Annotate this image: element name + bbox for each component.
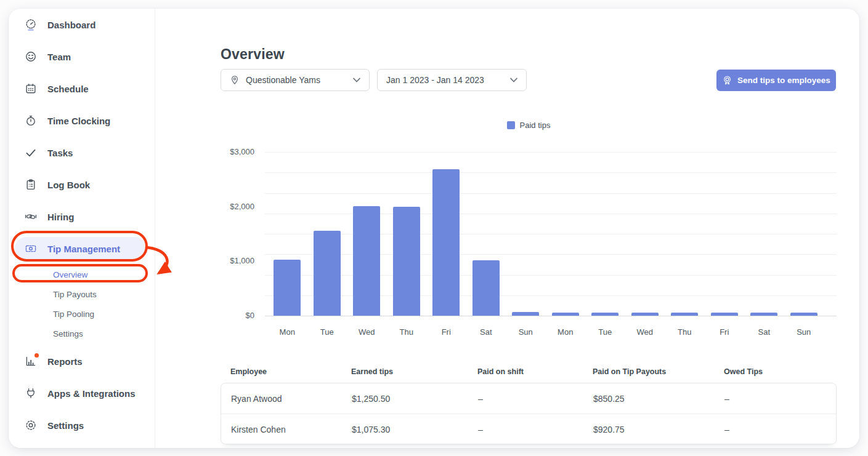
x-axis-label: Sat — [744, 327, 784, 337]
table-column-header: Paid on Tip Payouts — [593, 367, 724, 376]
y-axis-tick-label: $0 — [212, 311, 254, 321]
sidebar-item-label: Settings — [47, 420, 84, 431]
stopwatch-icon — [25, 114, 37, 127]
x-axis-label: Fri — [705, 327, 745, 337]
calendar-icon — [25, 82, 37, 95]
bar-slot — [466, 152, 506, 316]
table-column-header: Earned tips — [351, 367, 477, 376]
x-axis-label: Tue — [585, 327, 625, 337]
app-window: DashboardTeamScheduleTime ClockingTasksL… — [9, 9, 859, 448]
bar-slot — [744, 152, 784, 316]
bar-slot — [705, 152, 745, 316]
date-range-select[interactable]: Jan 1 2023 - Jan 14 2023 — [377, 69, 527, 91]
chevron-down-icon — [510, 78, 517, 82]
chart-x-axis: MonTueWedThuFriSatSunMonTueWedThuFriSatS… — [267, 327, 824, 337]
sidebar: DashboardTeamScheduleTime ClockingTasksL… — [9, 9, 155, 448]
money-bill-icon — [25, 242, 37, 255]
plug-icon — [25, 387, 37, 399]
sidebar-subitem-settings[interactable]: Settings — [9, 324, 155, 343]
date-range-select-value: Jan 1 2023 - Jan 14 2023 — [386, 75, 484, 85]
sidebar-item-schedule[interactable]: Schedule — [9, 73, 155, 105]
sidebar-item-label: Hiring — [47, 212, 74, 222]
x-axis-label: Mon — [267, 327, 307, 337]
x-axis-label: Wed — [625, 327, 665, 337]
location-select[interactable]: Questionable Yams — [221, 69, 370, 91]
gauge-icon — [25, 18, 37, 31]
checkmark-icon — [25, 146, 37, 159]
sidebar-item-log-book[interactable]: Log Book — [9, 169, 155, 201]
bar-sat-12[interactable] — [750, 313, 777, 316]
x-axis-label: Sun — [784, 327, 824, 337]
sidebar-item-team[interactable]: Team — [9, 41, 155, 73]
bar-sun-13[interactable] — [790, 313, 817, 316]
bar-slot — [585, 152, 625, 316]
sidebar-item-label: Apps & Integrations — [47, 388, 136, 399]
sidebar-item-reports[interactable]: Reports — [9, 345, 155, 377]
sidebar-item-label: Reports — [47, 356, 83, 367]
x-axis-label: Sat — [466, 327, 506, 337]
map-pin-icon — [230, 75, 240, 85]
sidebar-item-label: Time Clocking — [47, 116, 110, 126]
bar-thu-10[interactable] — [671, 313, 698, 316]
bar-slot — [426, 152, 466, 316]
y-axis-tick-label: $3,000 — [212, 147, 254, 157]
table-row[interactable]: Ryan Atwood$1,250.50–$850.25– — [221, 383, 836, 414]
bar-slot — [784, 152, 824, 316]
chart-legend: Paid tips — [221, 121, 837, 130]
bar-mon-7[interactable] — [552, 313, 579, 316]
chart-y-axis: $0$1,000$2,000$3,000 — [212, 152, 254, 316]
sidebar-item-settings[interactable]: Settings — [9, 409, 155, 441]
bar-slot — [506, 152, 546, 316]
sidebar-item-time-clocking[interactable]: Time Clocking — [9, 105, 155, 137]
clipboard-icon — [25, 178, 37, 191]
bar-slot — [546, 152, 586, 316]
bar-thu-3[interactable] — [393, 207, 420, 316]
table-row[interactable]: Kirsten Cohen$1,075.30–$920.75– — [221, 414, 836, 444]
table-cell: $850.25 — [593, 394, 724, 404]
bar-sun-6[interactable] — [512, 312, 539, 316]
sidebar-item-label: Tasks — [47, 148, 73, 158]
x-axis-label: Thu — [387, 327, 427, 337]
notification-dot — [34, 353, 39, 358]
tips-table: Ryan Atwood$1,250.50–$850.25–Kirsten Coh… — [221, 383, 837, 444]
sidebar-item-label: Log Book — [47, 180, 90, 190]
bar-wed-2[interactable] — [353, 206, 380, 316]
y-axis-tick-label: $1,000 — [212, 256, 254, 266]
sidebar-subitem-tip-payouts[interactable]: Tip Payouts — [9, 284, 155, 304]
sidebar-subitem-overview[interactable]: Overview — [9, 265, 155, 284]
sidebar-item-tip-management[interactable]: Tip Management — [15, 237, 147, 260]
table-cell: – — [724, 425, 836, 434]
bar-fri-4[interactable] — [432, 169, 460, 316]
x-axis-label: Wed — [347, 327, 387, 337]
sidebar-item-tasks[interactable]: Tasks — [9, 137, 155, 169]
sidebar-item-dashboard[interactable]: Dashboard — [9, 9, 155, 41]
bar-chart-icon — [25, 355, 37, 367]
legend-swatch-paid-tips — [507, 121, 515, 129]
send-tips-button[interactable]: Send tips to employees — [716, 70, 836, 91]
bar-fri-11[interactable] — [711, 313, 738, 316]
bar-tue-8[interactable] — [591, 313, 619, 316]
y-axis-tick-label: $2,000 — [212, 202, 254, 212]
chart-plot-area — [267, 152, 824, 316]
bar-slot — [267, 152, 307, 316]
bar-slot — [665, 152, 705, 316]
x-axis-label: Thu — [665, 327, 705, 337]
sidebar-item-label: Tip Management — [47, 244, 120, 254]
table-cell: $920.75 — [593, 425, 724, 434]
sidebar-item-label: Dashboard — [47, 20, 95, 30]
legend-label: Paid tips — [520, 121, 551, 130]
bar-tue-1[interactable] — [314, 231, 341, 316]
handshake-icon — [25, 210, 37, 223]
sidebar-item-apps-integrations[interactable]: Apps & Integrations — [9, 377, 155, 409]
table-column-header: Paid on shift — [477, 367, 593, 376]
table-cell: – — [724, 394, 836, 404]
table-cell: $1,250.50 — [352, 394, 478, 404]
bar-wed-9[interactable] — [631, 313, 659, 316]
sidebar-subitem-tip-pooling[interactable]: Tip Pooling — [9, 304, 155, 324]
bar-sat-5[interactable] — [473, 260, 500, 316]
x-axis-label: Sun — [506, 327, 546, 337]
sidebar-item-tip-management-wrap: Tip Management — [9, 233, 155, 265]
bar-slot — [625, 152, 665, 316]
sidebar-item-hiring[interactable]: Hiring — [9, 201, 155, 233]
bar-mon-0[interactable] — [274, 260, 301, 316]
